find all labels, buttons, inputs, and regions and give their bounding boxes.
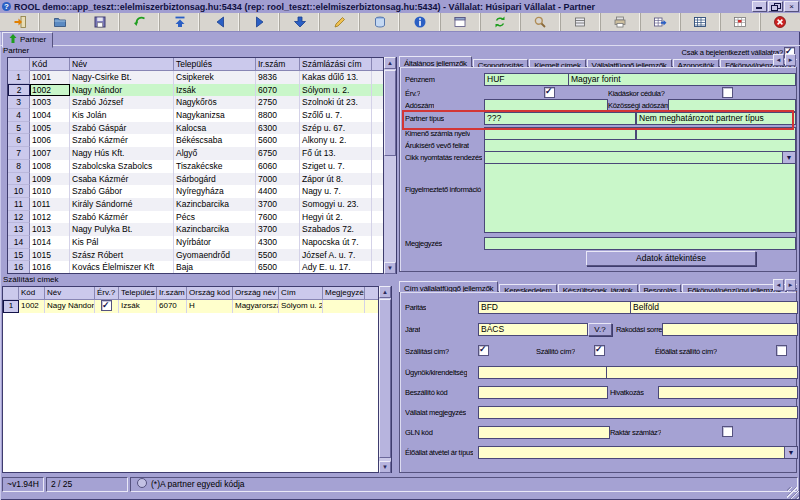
- cell[interactable]: 8800: [256, 109, 300, 122]
- chevron-down-icon[interactable]: ▼: [784, 447, 797, 458]
- tab-0[interactable]: Cím vállalatfüggő jellemzők: [399, 281, 498, 292]
- cell[interactable]: Szabó József: [70, 96, 174, 109]
- cell[interactable]: Sólyom u. 2.: [279, 300, 323, 313]
- cell[interactable]: Kis Pál: [70, 236, 174, 249]
- cell[interactable]: 4400: [256, 185, 300, 198]
- szallitasi-cim-checkbox[interactable]: [478, 345, 489, 356]
- navigate-top-button[interactable]: [160, 13, 200, 31]
- paritas-name-field[interactable]: Belföld: [630, 301, 798, 314]
- tab-scroll-left-icon[interactable]: ◄: [773, 54, 784, 66]
- cell[interactable]: Nagy Pulyka Bt.: [70, 223, 174, 236]
- cell[interactable]: 3700: [256, 223, 300, 236]
- cell[interactable]: Szabolcska Szabolcs: [70, 160, 174, 173]
- cell[interactable]: Szász Róbert: [70, 249, 174, 262]
- restore-button[interactable]: [768, 1, 783, 12]
- cell[interactable]: Szabó Kázmér: [70, 134, 174, 147]
- cell[interactable]: 3700: [256, 198, 300, 211]
- undo-button[interactable]: [120, 13, 160, 31]
- column-header[interactable]: Cím: [279, 287, 323, 300]
- column-header[interactable]: Érv.?: [95, 287, 119, 300]
- cell[interactable]: 6300: [256, 122, 300, 135]
- column-header[interactable]: Ország név: [233, 287, 279, 300]
- tab-partner[interactable]: Partner: [2, 32, 53, 48]
- cell[interactable]: Szabados 72.: [300, 223, 372, 236]
- kozossegi-field[interactable]: [668, 99, 796, 112]
- eloallat-cim-checkbox[interactable]: [776, 345, 787, 356]
- cell[interactable]: Nagy-Csirke Bt.: [70, 71, 174, 84]
- column-header[interactable]: Név: [45, 287, 95, 300]
- navigate-next-button[interactable]: [240, 13, 280, 31]
- cell[interactable]: 1006: [30, 134, 70, 147]
- row-number[interactable]: 2: [8, 84, 30, 97]
- open-folder-button[interactable]: [40, 13, 80, 31]
- tab-4[interactable]: Főkönyvi/pénzügyi jellemzők: [682, 284, 786, 292]
- scrollbar-thumb[interactable]: [384, 70, 396, 156]
- column-header[interactable]: Számlázási cím: [300, 58, 372, 71]
- cell[interactable]: Kazincbarcika: [174, 198, 256, 211]
- ugynok-name-field[interactable]: [606, 366, 798, 379]
- cell[interactable]: 1001: [30, 71, 70, 84]
- navigate-previous-button[interactable]: [200, 13, 240, 31]
- row-number[interactable]: 1: [8, 71, 30, 84]
- hivatkozas-field[interactable]: [658, 386, 798, 399]
- cell[interactable]: Szabó Gáspár: [70, 122, 174, 135]
- row-number[interactable]: 15: [8, 249, 30, 262]
- table-row[interactable]: 81008Szabolcska SzabolcsTiszakécske6060S…: [8, 160, 396, 173]
- scroll-up-icon[interactable]: ▲: [384, 57, 396, 69]
- cell[interactable]: 1004: [30, 109, 70, 122]
- column-header[interactable]: Ország kód: [187, 287, 233, 300]
- cell[interactable]: Algyő: [174, 147, 256, 160]
- table-row[interactable]: 151015Szász RóbertGyomaendrőd5500József …: [8, 249, 396, 262]
- cell[interactable]: 1008: [30, 160, 70, 173]
- cell[interactable]: 9836: [256, 71, 300, 84]
- table-row[interactable]: 11002Nagy NándorIzsák6070HMagyarországSó…: [3, 300, 391, 313]
- tab-scroll-left-icon[interactable]: ◄: [773, 279, 784, 291]
- cell[interactable]: H: [187, 300, 233, 313]
- table-row[interactable]: 61006Szabó KázmérBékéscsaba5600Alkony u.…: [8, 134, 396, 147]
- scroll-down-icon[interactable]: ▼: [379, 461, 391, 473]
- cell[interactable]: Gyomaendrőd: [174, 249, 256, 262]
- cell[interactable]: Fő út 13.: [300, 147, 372, 160]
- cell[interactable]: Sólyom u. 2.: [300, 84, 372, 97]
- table-row[interactable]: 101010Szabó GáborNyíregyháza4400Nagy u. …: [8, 185, 396, 198]
- cell[interactable]: Szabó Gábor: [70, 185, 174, 198]
- cell[interactable]: Csaba Kázmér: [70, 173, 174, 186]
- cancel-button[interactable]: [761, 13, 800, 31]
- figyelmezteto-textarea[interactable]: [484, 163, 796, 233]
- cell[interactable]: Hegyi út 2.: [300, 211, 372, 224]
- table-row[interactable]: 141014Kis PálNyírbátor4300Napocska út 7.: [8, 236, 396, 249]
- cell[interactable]: 1005: [30, 122, 70, 135]
- column-header[interactable]: Név: [70, 58, 174, 71]
- cell[interactable]: 6070: [256, 84, 300, 97]
- info-button[interactable]: [400, 13, 440, 31]
- vallalat-megjegyzes-field[interactable]: [478, 406, 798, 419]
- table-row[interactable]: 111011Király SándornéKazincbarcika3700So…: [8, 198, 396, 211]
- cell[interactable]: 6070: [157, 300, 187, 313]
- cell[interactable]: 1009: [30, 173, 70, 186]
- cell[interactable]: Nagy Nándor: [45, 300, 95, 313]
- tab-1[interactable]: Csoportosítás: [473, 59, 528, 67]
- jarat-field[interactable]: BÁCS: [478, 323, 588, 336]
- cell[interactable]: 7000: [256, 173, 300, 186]
- row-number[interactable]: 11: [8, 198, 30, 211]
- minimize-button[interactable]: [752, 1, 767, 12]
- kiadaskor-checkbox[interactable]: [722, 87, 733, 98]
- row-number[interactable]: 12: [8, 211, 30, 224]
- cell[interactable]: Kazincbarcika: [174, 223, 256, 236]
- partner-tipus-code-field[interactable]: ???: [484, 112, 636, 125]
- tab-1[interactable]: Kereskedelem: [499, 284, 557, 292]
- cell[interactable]: Kalocsa: [174, 122, 256, 135]
- cell[interactable]: 1011: [30, 198, 70, 211]
- row-checkbox[interactable]: [101, 300, 112, 311]
- cell[interactable]: Nyíregyháza: [174, 185, 256, 198]
- row-number[interactable]: 7: [8, 147, 30, 160]
- tab-scroll-right-icon[interactable]: ►: [785, 54, 796, 66]
- cell[interactable]: Ady E. u. 17.: [300, 261, 372, 274]
- eloallat-atvetel-dropdown[interactable]: ▼: [478, 446, 798, 459]
- paritas-code-field[interactable]: BFD: [478, 301, 632, 314]
- cell[interactable]: 1002: [19, 300, 45, 313]
- cell[interactable]: 6750: [256, 147, 300, 160]
- adatok-attekintese-button[interactable]: Adatok áttekintése: [586, 251, 756, 266]
- table-row[interactable]: 91009Csaba KázmérSárbogárd7000Zápor út 8…: [8, 173, 396, 186]
- cell[interactable]: [95, 300, 119, 313]
